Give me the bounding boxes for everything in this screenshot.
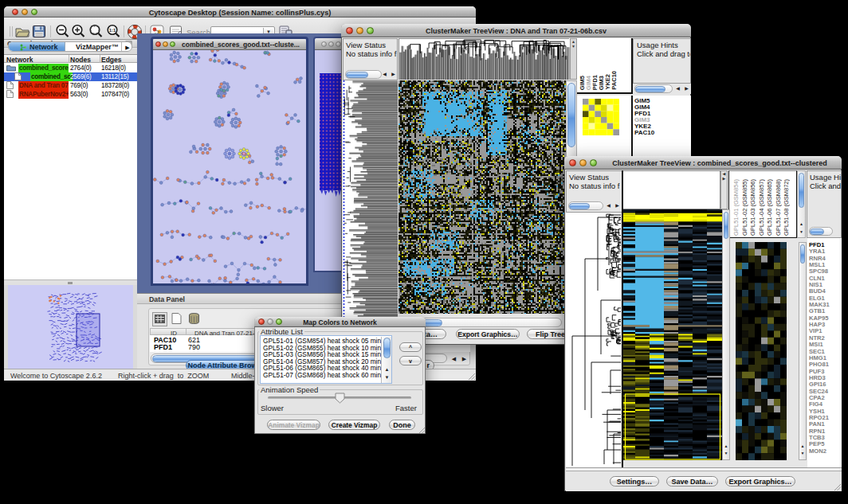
svg-text:1:1: 1:1 xyxy=(109,28,116,33)
